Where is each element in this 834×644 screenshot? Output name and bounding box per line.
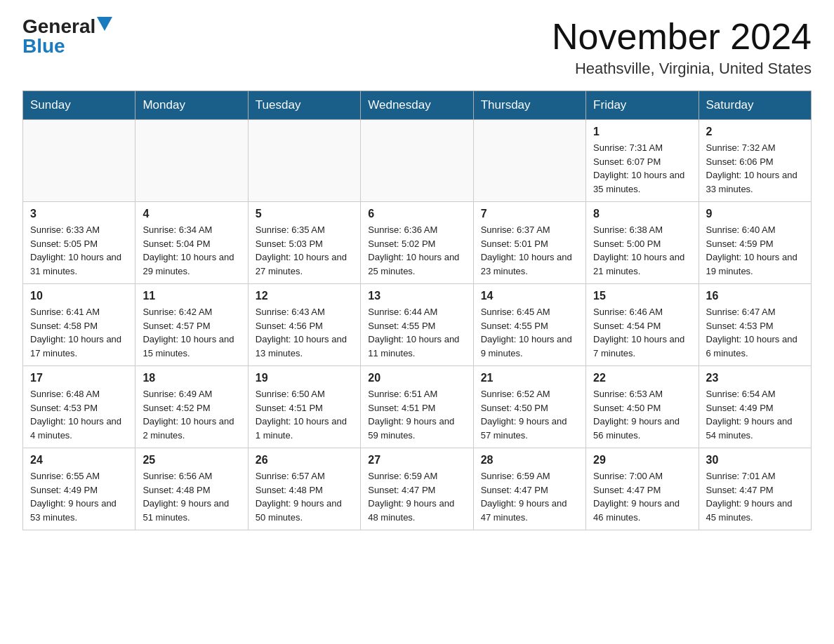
day-info: Sunrise: 6:59 AMSunset: 4:47 PMDaylight:… <box>481 469 578 524</box>
day-info: Sunrise: 6:47 AMSunset: 4:53 PMDaylight:… <box>706 305 804 360</box>
calendar-body: 1Sunrise: 7:31 AMSunset: 6:07 PMDaylight… <box>23 120 812 530</box>
day-info: Sunrise: 6:55 AMSunset: 4:49 PMDaylight:… <box>30 469 128 524</box>
day-number: 24 <box>30 454 128 467</box>
day-info: Sunrise: 6:48 AMSunset: 4:53 PMDaylight:… <box>30 387 128 442</box>
day-number: 29 <box>593 454 691 467</box>
header-cell-friday: Friday <box>586 91 699 120</box>
day-info: Sunrise: 6:53 AMSunset: 4:50 PMDaylight:… <box>593 387 691 442</box>
day-info: Sunrise: 6:52 AMSunset: 4:50 PMDaylight:… <box>481 387 578 442</box>
day-info: Sunrise: 6:46 AMSunset: 4:54 PMDaylight:… <box>593 305 691 360</box>
header-cell-tuesday: Tuesday <box>248 91 360 120</box>
day-cell: 14Sunrise: 6:45 AMSunset: 4:55 PMDayligh… <box>473 284 585 366</box>
day-cell: 19Sunrise: 6:50 AMSunset: 4:51 PMDayligh… <box>248 366 360 448</box>
day-info: Sunrise: 6:34 AMSunset: 5:04 PMDaylight:… <box>143 223 240 278</box>
day-number: 4 <box>143 208 240 220</box>
day-cell: 30Sunrise: 7:01 AMSunset: 4:47 PMDayligh… <box>699 448 811 530</box>
day-number: 10 <box>30 290 128 302</box>
day-info: Sunrise: 6:49 AMSunset: 4:52 PMDaylight:… <box>143 387 240 442</box>
day-number: 26 <box>256 454 353 467</box>
title-area: November 2024 Heathsville, Virginia, Uni… <box>552 17 812 78</box>
header-cell-monday: Monday <box>135 91 248 120</box>
day-cell: 20Sunrise: 6:51 AMSunset: 4:51 PMDayligh… <box>361 366 473 448</box>
logo-general-text: General <box>22 17 95 36</box>
day-info: Sunrise: 7:31 AMSunset: 6:07 PMDaylight:… <box>593 141 691 196</box>
day-info: Sunrise: 6:38 AMSunset: 5:00 PMDaylight:… <box>593 223 691 278</box>
day-cell: 28Sunrise: 6:59 AMSunset: 4:47 PMDayligh… <box>473 448 585 530</box>
day-cell <box>361 120 473 202</box>
day-number: 6 <box>368 208 465 220</box>
day-number: 15 <box>593 290 691 302</box>
day-number: 8 <box>593 208 691 220</box>
day-info: Sunrise: 6:44 AMSunset: 4:55 PMDaylight:… <box>368 305 465 360</box>
day-cell: 3Sunrise: 6:33 AMSunset: 5:05 PMDaylight… <box>23 202 135 284</box>
day-number: 19 <box>256 372 353 384</box>
day-cell: 7Sunrise: 6:37 AMSunset: 5:01 PMDaylight… <box>473 202 585 284</box>
day-info: Sunrise: 6:57 AMSunset: 4:48 PMDaylight:… <box>256 469 353 524</box>
week-row-1: 1Sunrise: 7:31 AMSunset: 6:07 PMDaylight… <box>23 120 812 202</box>
day-number: 11 <box>143 290 240 302</box>
header-cell-wednesday: Wednesday <box>361 91 473 120</box>
day-cell: 29Sunrise: 7:00 AMSunset: 4:47 PMDayligh… <box>586 448 699 530</box>
day-info: Sunrise: 6:36 AMSunset: 5:02 PMDaylight:… <box>368 223 465 278</box>
day-number: 27 <box>368 454 465 467</box>
day-number: 3 <box>30 208 128 220</box>
day-info: Sunrise: 6:50 AMSunset: 4:51 PMDaylight:… <box>256 387 353 442</box>
logo-triangle-icon <box>97 17 112 31</box>
day-cell: 11Sunrise: 6:42 AMSunset: 4:57 PMDayligh… <box>135 284 248 366</box>
day-cell: 21Sunrise: 6:52 AMSunset: 4:50 PMDayligh… <box>473 366 585 448</box>
day-cell: 22Sunrise: 6:53 AMSunset: 4:50 PMDayligh… <box>586 366 699 448</box>
day-number: 20 <box>368 372 465 384</box>
day-info: Sunrise: 6:43 AMSunset: 4:56 PMDaylight:… <box>256 305 353 360</box>
day-number: 25 <box>143 454 240 467</box>
day-info: Sunrise: 7:32 AMSunset: 6:06 PMDaylight:… <box>706 141 804 196</box>
day-cell: 4Sunrise: 6:34 AMSunset: 5:04 PMDaylight… <box>135 202 248 284</box>
day-number: 30 <box>706 454 804 467</box>
week-row-2: 3Sunrise: 6:33 AMSunset: 5:05 PMDaylight… <box>23 202 812 284</box>
day-info: Sunrise: 6:33 AMSunset: 5:05 PMDaylight:… <box>30 223 128 278</box>
day-number: 14 <box>481 290 578 302</box>
day-info: Sunrise: 6:45 AMSunset: 4:55 PMDaylight:… <box>481 305 578 360</box>
header-cell-thursday: Thursday <box>473 91 585 120</box>
logo: General Blue <box>22 17 112 56</box>
day-number: 16 <box>706 290 804 302</box>
day-info: Sunrise: 6:35 AMSunset: 5:03 PMDaylight:… <box>256 223 353 278</box>
day-info: Sunrise: 7:01 AMSunset: 4:47 PMDaylight:… <box>706 469 804 524</box>
day-cell: 27Sunrise: 6:59 AMSunset: 4:47 PMDayligh… <box>361 448 473 530</box>
day-cell: 9Sunrise: 6:40 AMSunset: 4:59 PMDaylight… <box>699 202 811 284</box>
day-number: 22 <box>593 372 691 384</box>
day-info: Sunrise: 6:41 AMSunset: 4:58 PMDaylight:… <box>30 305 128 360</box>
day-info: Sunrise: 6:56 AMSunset: 4:48 PMDaylight:… <box>143 469 240 524</box>
day-number: 17 <box>30 372 128 384</box>
day-number: 12 <box>256 290 353 302</box>
header: General Blue November 2024 Heathsville, … <box>22 17 812 78</box>
day-number: 2 <box>706 126 804 138</box>
day-cell: 6Sunrise: 6:36 AMSunset: 5:02 PMDaylight… <box>361 202 473 284</box>
day-info: Sunrise: 6:54 AMSunset: 4:49 PMDaylight:… <box>706 387 804 442</box>
day-cell: 16Sunrise: 6:47 AMSunset: 4:53 PMDayligh… <box>699 284 811 366</box>
day-number: 28 <box>481 454 578 467</box>
day-info: Sunrise: 6:37 AMSunset: 5:01 PMDaylight:… <box>481 223 578 278</box>
day-number: 21 <box>481 372 578 384</box>
day-number: 9 <box>706 208 804 220</box>
header-cell-sunday: Sunday <box>23 91 135 120</box>
day-number: 13 <box>368 290 465 302</box>
day-number: 18 <box>143 372 240 384</box>
week-row-4: 17Sunrise: 6:48 AMSunset: 4:53 PMDayligh… <box>23 366 812 448</box>
day-number: 5 <box>256 208 353 220</box>
day-cell: 15Sunrise: 6:46 AMSunset: 4:54 PMDayligh… <box>586 284 699 366</box>
calendar-table: SundayMondayTuesdayWednesdayThursdayFrid… <box>22 90 812 530</box>
day-info: Sunrise: 6:40 AMSunset: 4:59 PMDaylight:… <box>706 223 804 278</box>
day-cell: 2Sunrise: 7:32 AMSunset: 6:06 PMDaylight… <box>699 120 811 202</box>
day-info: Sunrise: 6:51 AMSunset: 4:51 PMDaylight:… <box>368 387 465 442</box>
day-info: Sunrise: 6:59 AMSunset: 4:47 PMDaylight:… <box>368 469 465 524</box>
day-cell <box>248 120 360 202</box>
logo-blue-text: Blue <box>22 36 65 56</box>
day-cell: 24Sunrise: 6:55 AMSunset: 4:49 PMDayligh… <box>23 448 135 530</box>
day-cell: 13Sunrise: 6:44 AMSunset: 4:55 PMDayligh… <box>361 284 473 366</box>
day-cell: 26Sunrise: 6:57 AMSunset: 4:48 PMDayligh… <box>248 448 360 530</box>
day-info: Sunrise: 7:00 AMSunset: 4:47 PMDaylight:… <box>593 469 691 524</box>
day-cell <box>23 120 135 202</box>
header-row: SundayMondayTuesdayWednesdayThursdayFrid… <box>23 91 812 120</box>
day-info: Sunrise: 6:42 AMSunset: 4:57 PMDaylight:… <box>143 305 240 360</box>
week-row-5: 24Sunrise: 6:55 AMSunset: 4:49 PMDayligh… <box>23 448 812 530</box>
